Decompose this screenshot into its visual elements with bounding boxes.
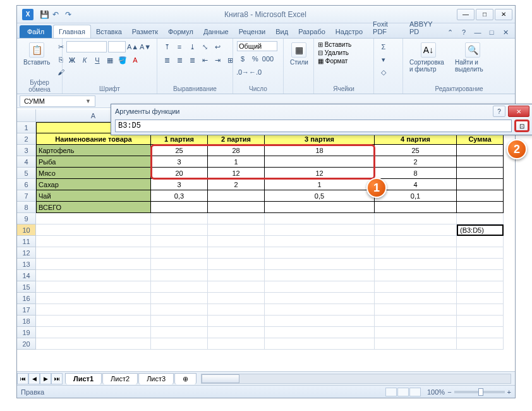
tab-addins[interactable]: Надстро <box>330 25 368 38</box>
cell[interactable] <box>208 293 265 304</box>
tab-home[interactable]: Главная <box>53 25 91 38</box>
cell[interactable] <box>457 281 504 293</box>
cell[interactable] <box>208 270 265 281</box>
cells-insert-button[interactable]: ⊞ Вставить <box>318 41 351 48</box>
row-header[interactable]: 19 <box>17 327 36 338</box>
cell[interactable] <box>375 338 457 350</box>
cells-format-button[interactable]: ▦ Формат <box>318 58 348 64</box>
sheet-nav-last[interactable]: ⏭ <box>51 373 63 384</box>
cell[interactable] <box>151 293 208 304</box>
row-header[interactable]: 17 <box>17 304 36 316</box>
cell[interactable] <box>457 338 504 350</box>
row-header[interactable]: 9 <box>17 213 36 224</box>
cell[interactable] <box>208 304 265 316</box>
currency-icon[interactable]: $ <box>237 53 248 64</box>
data-cell[interactable] <box>265 156 375 168</box>
data-cell[interactable]: 3 <box>151 179 208 190</box>
horizontal-scrollbar[interactable] <box>201 374 511 384</box>
data-cell[interactable]: 28 <box>208 145 265 156</box>
percent-icon[interactable]: % <box>250 53 261 64</box>
cell[interactable]: (B3:D5) <box>457 224 504 236</box>
cell[interactable] <box>36 338 151 350</box>
inner-max-icon[interactable]: □ <box>486 27 497 38</box>
cell[interactable] <box>208 327 265 338</box>
row-header[interactable]: 2 <box>17 133 36 145</box>
data-cell[interactable]: 18 <box>265 145 375 156</box>
cell[interactable] <box>375 327 457 338</box>
data-cell[interactable] <box>151 202 208 213</box>
cell[interactable] <box>151 327 208 338</box>
align-center-icon[interactable]: ≣ <box>174 54 185 66</box>
view-layout-icon[interactable] <box>397 388 409 396</box>
cell[interactable] <box>457 304 504 316</box>
tab-data[interactable]: Данные <box>198 25 234 38</box>
row-name[interactable]: Картофель <box>36 145 151 156</box>
data-cell[interactable] <box>208 202 265 213</box>
tab-formulas[interactable]: Формул <box>163 25 198 38</box>
cell[interactable] <box>208 316 265 327</box>
cell[interactable] <box>36 304 151 316</box>
data-cell[interactable]: 12 <box>208 168 265 179</box>
bold-button[interactable]: Ж <box>66 54 78 66</box>
cells-delete-button[interactable]: ⊟ Удалить <box>318 49 349 56</box>
orientation-icon[interactable]: ⤡ <box>199 41 210 52</box>
cell[interactable] <box>457 259 504 270</box>
cell[interactable] <box>151 259 208 270</box>
align-bottom-icon[interactable]: ⤓ <box>186 41 198 52</box>
tab-layout[interactable]: Разметк <box>127 25 163 38</box>
data-cell[interactable] <box>457 179 504 190</box>
dec-decimal-icon[interactable]: ←.0 <box>250 66 261 78</box>
align-right-icon[interactable]: ≣ <box>186 54 198 66</box>
cell[interactable] <box>36 327 151 338</box>
increase-font-icon[interactable]: A▲ <box>127 41 138 52</box>
cell[interactable] <box>375 304 457 316</box>
dialog-help-button[interactable]: ? <box>493 106 505 117</box>
help-icon[interactable]: ? <box>458 27 469 38</box>
row-header[interactable]: 7 <box>17 190 36 202</box>
cell[interactable] <box>375 224 457 236</box>
cell[interactable] <box>208 281 265 293</box>
tab-abbyy[interactable]: ABBYY PD <box>404 18 444 38</box>
row-header[interactable]: 5 <box>17 168 36 179</box>
find-select-button[interactable]: 🔍 Найти и выделить <box>452 41 493 74</box>
data-cell[interactable]: 3 <box>151 156 208 168</box>
close-button[interactable]: ✕ <box>495 9 512 20</box>
cell[interactable] <box>36 247 151 259</box>
cell[interactable] <box>36 281 151 293</box>
cell[interactable] <box>375 316 457 327</box>
cell[interactable] <box>208 224 265 236</box>
data-cell[interactable]: 12 <box>265 168 375 179</box>
view-pagebreak-icon[interactable] <box>409 388 421 396</box>
cell[interactable] <box>457 293 504 304</box>
sheet-nav-first[interactable]: ⏮ <box>17 373 28 384</box>
minimize-ribbon-icon[interactable]: ⌃ <box>444 27 456 38</box>
cell[interactable] <box>375 213 457 224</box>
cell[interactable] <box>151 316 208 327</box>
cell[interactable] <box>265 316 375 327</box>
dialog-close-button[interactable]: ✕ <box>508 106 529 117</box>
maximize-button[interactable]: □ <box>476 9 493 20</box>
font-size-select[interactable] <box>108 41 126 52</box>
cell[interactable] <box>375 281 457 293</box>
data-cell[interactable]: 20 <box>151 168 208 179</box>
cell[interactable] <box>151 304 208 316</box>
data-cell[interactable]: 2 <box>375 156 457 168</box>
font-family-select[interactable] <box>66 41 107 52</box>
data-cell[interactable] <box>457 168 504 179</box>
cell[interactable] <box>151 270 208 281</box>
cell[interactable] <box>208 259 265 270</box>
view-normal-icon[interactable] <box>385 388 397 396</box>
sheet-nav-prev[interactable]: ◀ <box>28 373 40 384</box>
data-cell[interactable]: 8 <box>375 168 457 179</box>
cell[interactable] <box>375 259 457 270</box>
fill-icon[interactable]: ▾ <box>378 54 389 65</box>
qat-save-icon[interactable]: 💾 <box>40 10 49 19</box>
dialog-range-input[interactable] <box>115 120 512 132</box>
clear-icon[interactable]: ◇ <box>378 66 389 78</box>
cell[interactable] <box>265 304 375 316</box>
cell[interactable] <box>375 236 457 247</box>
sheet-tab[interactable]: Лист2 <box>102 373 138 384</box>
zoom-slider[interactable] <box>454 391 505 393</box>
cell[interactable] <box>265 236 375 247</box>
data-cell[interactable]: 1 <box>208 156 265 168</box>
